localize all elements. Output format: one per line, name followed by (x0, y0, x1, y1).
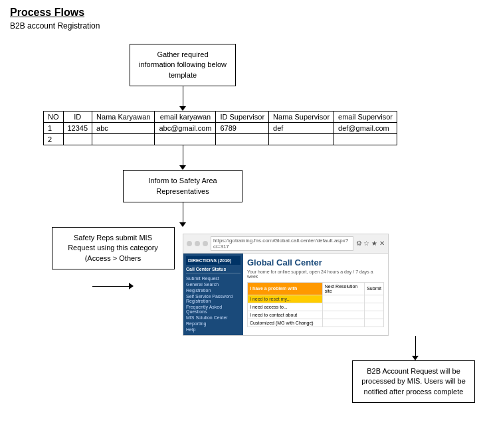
step3-box: Inform to Safety Area Representatives (123, 170, 242, 202)
table-header-cell: email karyawan (155, 112, 216, 123)
screenshot-table-cell: I need to contact about (248, 311, 323, 319)
sidebar-item: Frequently Asked Questions (186, 304, 240, 315)
table-cell (63, 134, 92, 145)
horizontal-arrow (92, 283, 134, 289)
table-cell: 12345 (63, 123, 92, 134)
table-header-cell: Nama Supervisor (269, 112, 334, 123)
browser-bar: https://gotraining.fns.com/Global.call.c… (183, 234, 388, 254)
browser-fwd (195, 241, 200, 246)
sidebar-item: Submit Request (186, 275, 240, 281)
table-cell (92, 134, 155, 145)
table-cell (269, 134, 334, 145)
arrowhead-1 (179, 106, 186, 111)
table-cell: 2 (44, 134, 64, 145)
step5-box: B2B Account Request will be processed by… (352, 360, 475, 403)
screenshot-table-cell (365, 303, 384, 311)
arrow-line-1 (183, 86, 183, 106)
table-row: 112345abcabc@gmail.com6789defdef@gmail.c… (44, 123, 397, 134)
step1-box: Gather required information following be… (130, 44, 236, 86)
step4-section: Safety Reps submit MIS Request using thi… (43, 227, 389, 336)
arrowhead-right (129, 283, 134, 289)
screenshot-table-cell: Next Resolution site (322, 282, 364, 295)
screenshot-table-cell (322, 303, 364, 311)
screenshot-table-row: I need access to... (248, 303, 384, 311)
table-cell: abc@gmail.com (155, 123, 216, 134)
screenshot-table: I have a problem withNext Resolution sit… (247, 282, 384, 327)
arrowhead-2 (179, 165, 186, 170)
screenshot-table-cell (365, 311, 384, 319)
table-cell: 1 (44, 123, 64, 134)
screenshot-table-row: I have a problem withNext Resolution sit… (248, 282, 384, 295)
arrow-line-3 (183, 202, 183, 222)
browser-icons: ⚙ ☆ ★ ✕ (356, 240, 385, 247)
screenshot-table-row: I need to contact about (248, 311, 384, 319)
table-cell: 6789 (216, 123, 269, 134)
call-center-sidebar-title: Call Center Status (186, 267, 240, 273)
arrowhead-3 (179, 222, 186, 227)
screenshot-main-subtitle: Your home for online support, open 24 ho… (247, 269, 384, 279)
screenshot-table-row: I need to reset my... (248, 295, 384, 303)
screenshot-main-title: Global Call Center (247, 258, 384, 267)
screenshot-main: Global Call Center Your home for online … (243, 254, 388, 335)
screenshot-table-cell (322, 311, 364, 319)
screenshot-content: DIRECTIONS (2010) Call Center Status Sub… (183, 254, 388, 335)
table-header-cell: ID (63, 112, 92, 123)
arrow-line-2 (183, 145, 183, 165)
screenshot-table-cell: I have a problem with (248, 282, 323, 295)
table-cell (155, 134, 216, 145)
table-cell: def (269, 123, 334, 134)
table-header-cell: Nama Karyawan (92, 112, 155, 123)
table-header: NOIDNama Karyawanemail karyawanID Superv… (44, 112, 397, 123)
sidebar-item: MIS Solution Center (186, 315, 240, 321)
hline (92, 286, 129, 287)
sidebar-item: General Search (186, 281, 240, 287)
data-table-section: NOIDNama Karyawanemail karyawanID Superv… (43, 111, 397, 145)
table-header-cell: NO (44, 112, 64, 123)
screenshot-table-cell (322, 295, 364, 303)
table-cell: def@gmail.com (334, 123, 397, 134)
table-cell (216, 134, 269, 145)
sidebar-item: Reporting (186, 321, 240, 327)
screenshot-table-cell (365, 295, 384, 303)
screenshot-table-row: Customized (MG with Change) (248, 319, 384, 327)
page-title: Process Flows (10, 7, 84, 19)
screenshot-table-body: I have a problem withNext Resolution sit… (248, 282, 384, 327)
sidebar-item: Self Service Password Registration (186, 293, 240, 304)
arrowhead-5 (412, 356, 419, 360)
table-header-cell: email Supervisor (334, 112, 397, 123)
browser-back (187, 241, 192, 246)
step5-section: B2B Account Request will be processed by… (43, 360, 479, 403)
screenshot-table-cell: Customized (MG with Change) (248, 319, 323, 327)
table-cell (334, 134, 397, 145)
screenshot-mock: https://gotraining.fns.com/Global.call.c… (183, 234, 389, 336)
sidebar-items: Submit RequestGeneral SearchRegistration… (186, 275, 240, 333)
screenshot-sidebar: DIRECTIONS (2010) Call Center Status Sub… (183, 254, 243, 335)
step4-box: Safety Reps submit MIS Request using thi… (52, 227, 175, 269)
table-header-cell: ID Supervisor (216, 112, 269, 123)
sidebar-item: Registration (186, 287, 240, 293)
arrow-line-5 (415, 336, 416, 356)
subtitle: B2B account Registration (10, 21, 100, 31)
screenshot-table-cell (322, 319, 364, 327)
screenshot-table-cell (365, 319, 384, 327)
browser-refresh (203, 241, 208, 246)
browser-url: https://gotraining.fns.com/Global.call.c… (211, 236, 353, 251)
table-row: 2 (44, 134, 397, 145)
screenshot-table-cell: I need to reset my... (248, 295, 323, 303)
employee-table: NOIDNama Karyawanemail karyawanID Superv… (43, 111, 397, 145)
sidebar-item: Help (186, 327, 240, 333)
screenshot-table-cell: I need access to... (248, 303, 323, 311)
screenshot-table-cell: Submit (365, 282, 384, 295)
arrow-down-wrapper-5 (43, 336, 479, 360)
table-body: 112345abcabc@gmail.com6789defdef@gmail.c… (44, 123, 397, 145)
table-cell: abc (92, 123, 155, 134)
sidebar-header: DIRECTIONS (2010) (186, 256, 240, 265)
